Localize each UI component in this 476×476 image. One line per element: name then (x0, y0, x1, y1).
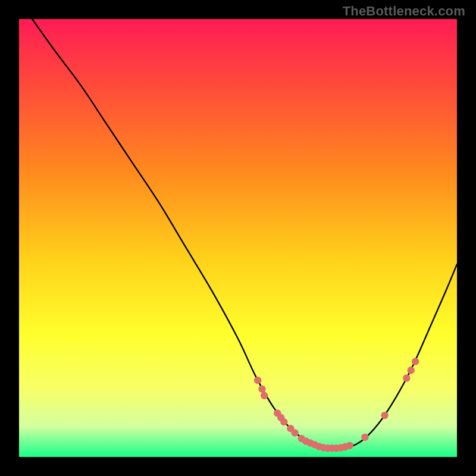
marker-dot (254, 377, 261, 384)
plot-background (19, 19, 457, 457)
chart-svg (0, 0, 476, 476)
marker-dot (280, 418, 287, 425)
watermark-text: TheBottleneck.com (343, 4, 465, 19)
marker-dot (261, 392, 268, 399)
marker-dot (408, 367, 415, 374)
marker-dot (291, 429, 298, 436)
marker-dot (346, 442, 353, 449)
marker-dot (412, 358, 419, 365)
marker-dot (258, 386, 265, 393)
marker-dot (403, 374, 410, 381)
marker-dot (381, 412, 388, 419)
marker-dot (361, 434, 368, 441)
chart-frame: TheBottleneck.com (0, 0, 476, 476)
